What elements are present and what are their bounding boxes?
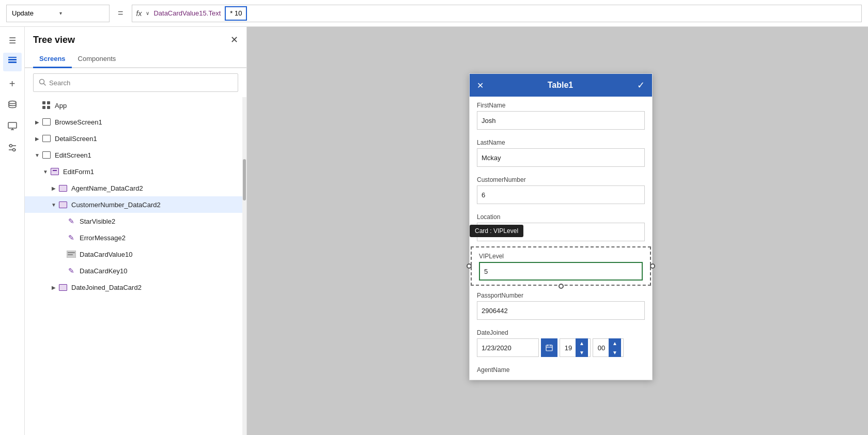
form-card-title: Table1 [548, 81, 574, 90]
tree-item-customernumber-datacard2[interactable]: ▼ CustomerNumber_DataCard2 [25, 196, 242, 213]
tree-label-datacardvalue10: DataCardValue10 [80, 251, 234, 258]
date-picker-button[interactable] [541, 338, 557, 357]
app-icon [41, 100, 52, 111]
form-date-row: 19 ▲ ▼ 00 ▲ ▼ [477, 338, 645, 357]
tree-item-browsescreen1[interactable]: ▶ BrowseScreen1 [25, 114, 242, 130]
tree-item-app[interactable]: App [25, 97, 242, 114]
search-icon [39, 79, 46, 87]
tab-components[interactable]: Components [72, 51, 122, 68]
layers-icon [8, 56, 17, 68]
add-button[interactable]: + [3, 74, 22, 93]
tree-item-datacardvalue10[interactable]: DataCardValue10 [25, 246, 242, 262]
main-layout: ☰ + [0, 27, 868, 435]
form-field-viplevel: VIPLevel [471, 246, 651, 286]
update-dropdown[interactable]: Update ▾ [6, 5, 110, 22]
form-date-input[interactable] [477, 338, 539, 357]
formula-function-name: DataCardValue15.Text [153, 9, 221, 17]
form-input-passportnumber[interactable] [477, 301, 645, 320]
time-minute-chevrons: ▲ ▼ [609, 338, 621, 357]
form-check-button[interactable]: ✓ [637, 80, 645, 91]
time-minute-down[interactable]: ▼ [609, 348, 621, 357]
tree-item-errormessage2[interactable]: ✎ ErrorMessage2 [25, 229, 242, 246]
resize-handle-bottom[interactable] [559, 284, 564, 289]
database-icon [8, 100, 17, 111]
time-hour-down[interactable]: ▼ [576, 348, 588, 357]
tree-close-button[interactable]: ✕ [230, 34, 238, 45]
hamburger-icon: ☰ [9, 36, 16, 45]
form-field-customernumber: CustomerNumber [470, 171, 652, 208]
form-field-label-agentname: AgentName [477, 366, 645, 374]
tree-item-agentname-datacard2[interactable]: ▶ AgentName_DataCard2 [25, 180, 242, 196]
time-hour-up[interactable]: ▲ [576, 338, 588, 348]
tree-item-detailscreen1[interactable]: ▶ DetailScreen1 [25, 130, 242, 147]
icon-sidebar: ☰ + [0, 27, 25, 435]
edit-icon-starvisible2: ✎ [66, 216, 76, 226]
time-hour-select[interactable]: 19 ▲ ▼ [560, 338, 591, 357]
resize-handle-right[interactable] [650, 263, 655, 269]
form-field-label-location: Location [477, 213, 645, 221]
formula-value: * 10 [230, 9, 242, 17]
tree-item-editscreen1[interactable]: ▼ EditScreen1 [25, 147, 242, 163]
form-field-label-datejoined: DateJoined [477, 329, 645, 336]
card-icon-datejoined [58, 282, 68, 292]
time-hour-value: 19 [562, 344, 575, 352]
dropdown-label: Update [12, 9, 56, 17]
form-field-viplevel-container: VIPLevel [470, 246, 652, 286]
form-close-button[interactable]: ✕ [477, 81, 484, 90]
tree-label-app: App [55, 102, 234, 110]
hamburger-button[interactable]: ☰ [3, 31, 22, 50]
resize-handle-left[interactable] [467, 263, 472, 269]
dropdown-chevron: ▾ [59, 10, 104, 16]
form-field-datejoined: DateJoined 19 [470, 324, 652, 361]
tree-label-customernumber-datacard2: CustomerNumber_DataCard2 [71, 201, 234, 209]
monitor-button[interactable] [3, 118, 22, 136]
search-input[interactable] [49, 79, 233, 87]
tree-item-datacardkey10[interactable]: ✎ DataCardKey10 [25, 262, 242, 279]
svg-line-12 [44, 83, 46, 85]
tree-item-starvisible2[interactable]: ✎ StarVisible2 [25, 213, 242, 229]
tab-screens[interactable]: Screens [33, 51, 72, 68]
equals-sign: = [118, 8, 123, 19]
time-hour-chevrons: ▲ ▼ [576, 338, 588, 357]
formula-value-box[interactable]: * 10 [225, 6, 247, 21]
tree-search-box[interactable] [33, 73, 238, 92]
tooltip-text: Card : VIPLevel [475, 227, 518, 235]
form-input-customernumber[interactable] [477, 185, 645, 204]
tree-title: Tree view [33, 35, 75, 45]
controls-button[interactable] [3, 139, 22, 158]
form-card-table1: ✕ Table1 ✓ FirstName LastName CustomerNu… [469, 73, 653, 380]
time-minute-select[interactable]: 00 ▲ ▼ [593, 338, 624, 357]
card-icon-agentname [58, 183, 68, 193]
screen-icon-edit [41, 150, 52, 160]
svg-point-8 [9, 145, 12, 147]
chevron-customernumber-datacard2: ▼ [50, 200, 58, 209]
form-input-firstname[interactable] [477, 111, 645, 130]
form-field-label-viplevel: VIPLevel [479, 253, 643, 260]
tree-label-agentname-datacard2: AgentName_DataCard2 [71, 184, 234, 192]
form-input-viplevel[interactable] [479, 262, 643, 281]
plus-icon: + [9, 78, 16, 90]
edit-icon-errormessage2: ✎ [66, 232, 76, 243]
svg-rect-1 [8, 61, 17, 63]
svg-rect-2 [8, 57, 17, 58]
form-field-lastname: LastName [470, 134, 652, 171]
tree-item-editform1[interactable]: ▼ EditForm1 [25, 163, 242, 180]
form-field-label-firstname: FirstName [477, 102, 645, 109]
tree-scrollbar-thumb[interactable] [243, 159, 246, 200]
database-button[interactable] [3, 96, 22, 115]
svg-rect-4 [8, 122, 17, 128]
tree-item-datejoined-datacard2[interactable]: ▶ DateJoined_DataCard2 [25, 279, 242, 296]
tree-label-editform1: EditForm1 [63, 168, 234, 176]
form-input-lastname[interactable] [477, 148, 645, 167]
tree-scrollbar-track[interactable] [242, 97, 246, 435]
chevron-editform1: ▼ [41, 167, 50, 176]
form-field-location: Location Card : VIPLevel [470, 208, 652, 245]
time-minute-up[interactable]: ▲ [609, 338, 621, 348]
layers-button[interactable] [3, 53, 22, 71]
chevron-detailscreen1: ▶ [33, 134, 41, 143]
tree-label-editscreen1: EditScreen1 [55, 151, 234, 159]
formula-chevron-icon: ∨ [146, 10, 149, 16]
form-field-label-passportnumber: PassportNumber [477, 292, 645, 299]
tree-panel-inner: App ▶ BrowseScreen1 ▶ DetailScreen [25, 97, 246, 435]
datavalue-icon-datacardvalue10 [66, 249, 76, 259]
